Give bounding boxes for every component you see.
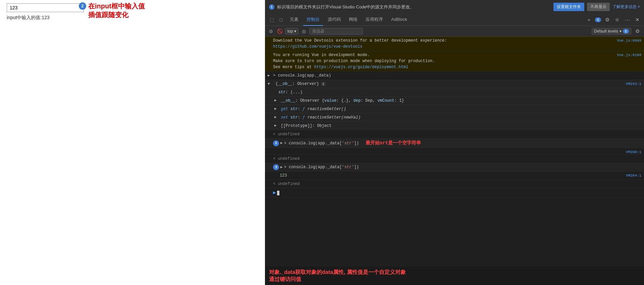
bottom-annotation-line1: 对象._data获取对象的data属性, 属性值是一个自定义对象 [269,269,640,276]
learn-more-link[interactable]: 了解更多信息 × [612,4,640,10]
console-line-blank1: VM280:1 [265,148,644,155]
console-line-str: str: (...) [265,88,644,97]
console-cursor-line: ▶ [265,188,644,198]
chevron-down-icon: ▾ [294,29,296,34]
console-line-undef1: < undefined [265,130,644,139]
console-line-proto: ▶ [[Prototype]]: Object [265,122,644,130]
error-badge: 6 [595,17,601,22]
console-line-set: ▶ set str: ƒ reactiveSetter(newVal) [265,113,644,122]
console-prompt-icon: ▶ [273,189,276,196]
get-text: get str: ƒ reactiveGetter() [278,107,346,111]
expand-log1[interactable]: ▶ [268,73,270,79]
undef1-text: < undefined [273,132,300,137]
console-line-get: ▶ get str: ƒ reactiveGetter() [265,105,644,113]
file-ref-vm284[interactable]: VM284:1 [626,173,641,179]
console-output: Download the Vue Devtools extension for … [265,37,644,267]
obj-text: {__ob__: Observer} ℹ [273,82,325,86]
annotation-box: 2 在input框中输入值 插值跟随变化 [79,2,145,19]
val-123: 123 [273,173,287,178]
notification-text: 标识项目的根文件夹以打开Visual Studio Code中的源文件并同步更改… [277,4,551,10]
log1-text: > console.log(app._data) [273,73,331,78]
input2-text: > console.log(app._data['str']) [284,164,359,170]
ob-text: __ob__: Observer {value: {…}, dep: Dep, … [278,98,404,103]
expand-get[interactable]: ▶ [274,106,277,112]
expand-proto[interactable]: ▶ [274,123,277,129]
console-line-ob: ▶ __ob__: Observer {value: {…}, dep: Dep… [265,97,644,105]
mobile-icon[interactable]: □ [277,16,285,24]
annotation-text: 在input框中输入值 插值跟随变化 [88,2,145,19]
customize-icon[interactable]: ⛭ [613,16,621,24]
file-ref-vuejs9099[interactable]: Vue.js:9099 [617,38,641,44]
warn-text-1: Download the Vue Devtools extension for … [273,38,447,43]
console-line-undef3: < undefined [265,180,644,188]
input1-text: > console.log(app._data['str']) [284,140,359,146]
expand-obj[interactable]: ▼ [268,81,270,87]
devtools-tabs: ⬚ □ 元素 控制台 源代码 网络 应用程序 AdBlock + 6 ⚙ ⛭ ⋯… [265,14,644,26]
proto-text: [[Prototype]]: Object [278,124,331,128]
expand-input2[interactable]: ▶ [280,164,283,170]
info-icon: ℹ [269,4,274,10]
tab-application[interactable]: 应用程序 [362,14,386,26]
close-devtools-icon[interactable]: ✕ [633,16,641,24]
top-dropdown[interactable]: top ▾ [285,28,299,35]
tab-elements[interactable]: 元素 [286,14,302,26]
annotation-badge: 2 [79,2,86,10]
console-line-vuewarn2: Vue.js:9108 You are running Vue in devel… [265,51,644,72]
file-ref-vuejs9108[interactable]: Vue.js:9108 [617,52,641,58]
vue-devtools-link[interactable]: https://github.com/vuejs/vue-devtools [273,44,362,49]
console-line-input2: 3 ▶ > console.log(app._data['str']) [265,163,644,172]
badge-3: 3 [273,164,279,170]
more-icon[interactable]: ⋯ [623,16,631,24]
bottom-annotation: 对象._data获取对象的data属性, 属性值是一个自定义对象 通过键访问值 [265,267,644,285]
console-line-obj: ▼ {__ob__: Observer} ℹ VM242:1 [265,80,644,88]
expand-ob[interactable]: ▶ [274,98,277,103]
eye-icon[interactable]: ◎ [301,28,307,35]
set-root-button[interactable]: 设置根文件夹 [553,3,584,11]
console-line-log1: ▶ > console.log(app._data) [265,72,644,80]
devtools-panel: ℹ 标识项目的根文件夹以打开Visual Studio Code中的源文件并同步… [265,0,644,285]
undef3-text: < undefined [273,182,300,186]
deployment-link[interactable]: https://vuejs.org/guide/deployment.html [314,65,408,69]
top-label: top [287,29,293,34]
file-ref-vm280[interactable]: VM280:1 [626,149,641,155]
cursor-icon[interactable]: ⬚ [268,16,276,24]
console-line-vuewarn1: Download the Vue Devtools extension for … [265,37,644,51]
filter-input[interactable] [309,28,363,35]
console-cursor [277,191,279,195]
annotation-empty-str: 最开始srt是一个空字符串 [366,140,421,147]
text-input[interactable]: 123 [7,3,84,12]
clear-console-icon[interactable]: ⊘ [268,28,274,35]
no-show-button[interactable]: 不再显示 [587,3,610,11]
badge-1: 1 [273,140,279,146]
file-ref-vm242[interactable]: VM242:1 [626,81,641,87]
notification-bar: ℹ 标识项目的根文件夹以打开Visual Studio Code中的源文件并同步… [265,0,644,14]
tab-right-controls: + 6 ⚙ ⛭ ⋯ ✕ [585,16,641,24]
console-gear-icon[interactable]: ⚙ [633,27,641,35]
tab-adblock[interactable]: AdBlock [388,14,411,26]
block-icon[interactable]: 🚫 [276,28,283,35]
console-toolbar: ⊘ 🚫 top ▾ ◎ Default levels ▾ 6 ⚙ [265,26,644,37]
expand-set[interactable]: ▶ [274,114,277,120]
expand-input1[interactable]: ▶ [280,140,283,146]
undef2-text: < undefined [273,156,300,161]
chevron-down-icon2: ▾ [620,29,622,34]
bottom-annotation-line2: 通过键访问值 [269,276,640,283]
str-text: str: (...) [278,90,303,95]
console-line-val123: 123 VM284:1 [265,172,644,180]
add-tab-button[interactable]: + [585,16,593,24]
console-line-input1: 1 ▶ > console.log(app._data['str']) 最开始s… [265,139,644,148]
set-text: set str: ƒ reactiveSetter(newVal) [278,115,361,120]
levels-badge: 6 [623,29,629,34]
left-panel: 123 2 在input框中输入值 插值跟随变化 input中输入的值:123 [0,0,265,285]
settings-icon[interactable]: ⚙ [603,16,611,24]
levels-label: Default levels [594,29,618,34]
tab-network[interactable]: 网络 [345,14,361,26]
tab-sources[interactable]: 源代码 [324,14,344,26]
tab-console[interactable]: 控制台 [303,14,323,26]
console-line-undef2: < undefined [265,155,644,163]
default-levels-dropdown[interactable]: Default levels ▾ 6 [592,28,631,35]
